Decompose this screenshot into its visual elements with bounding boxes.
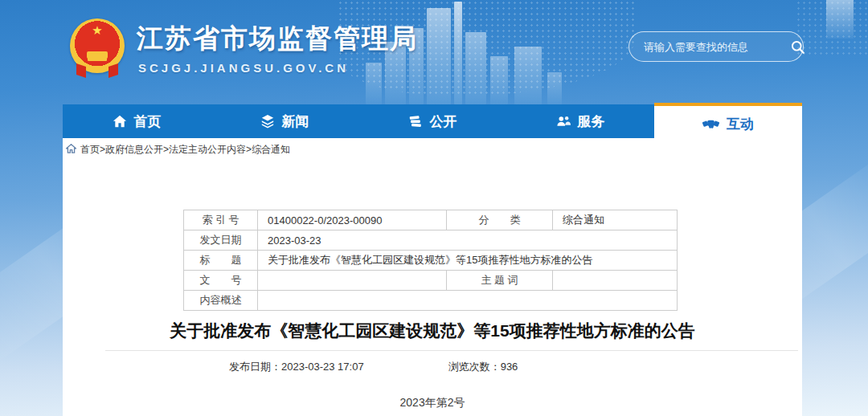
search-box[interactable] (628, 31, 804, 62)
disclosure-icon (408, 114, 423, 128)
subject-label: 主 题 词 (447, 271, 553, 291)
nav-item-label: 服务 (578, 112, 605, 131)
site-domain: SCJGJ.JIANGSU.GOV.CN (138, 61, 349, 75)
index-label: 索 引 号 (184, 210, 258, 230)
background-building-right (826, 0, 854, 39)
publish-date: 发布日期：2023-03-23 17:07 (229, 360, 364, 374)
nav-item-label: 互动 (727, 115, 754, 133)
article-meta: 发布日期：2023-03-23 17:07 浏览次数：936 (63, 360, 802, 374)
title-label: 标 题 (184, 251, 258, 271)
doc-no-value (258, 271, 447, 291)
service-icon (556, 114, 571, 128)
table-row: 发文日期 2023-03-23 (184, 230, 678, 251)
article-title: 关于批准发布《智慧化工园区建设规范》等15项推荐性地方标准的公告 (63, 320, 802, 342)
breadcrumb-text: 首页>政府信息公开>法定主动公开内容>综合通知 (80, 143, 290, 157)
table-row: 文 号 主 题 词 (184, 271, 678, 291)
nav-item-news[interactable]: 新闻 (211, 104, 358, 138)
nav-item-label: 新闻 (282, 112, 309, 131)
title-value: 关于批准发布《智慧化工园区建设规范》等15项推荐性地方标准的公告 (258, 251, 678, 271)
table-row: 索 引 号 01400022-0/2023-00090 分 类 综合通知 (184, 210, 678, 230)
publish-date-value: 2023-03-23 17:07 (281, 361, 364, 373)
handshake-icon (702, 117, 719, 130)
issue-date-value: 2023-03-23 (258, 230, 678, 251)
search-input[interactable] (629, 41, 790, 53)
nav-item-service[interactable]: 服务 (506, 104, 654, 138)
category-label: 分 类 (447, 210, 553, 230)
content-area: 首页>政府信息公开>法定主动公开内容>综合通知 索 引 号 01400022-0… (63, 138, 802, 416)
news-icon (260, 114, 275, 128)
search-icon[interactable] (790, 33, 805, 60)
breadcrumb[interactable]: 首页>政府信息公开>法定主动公开内容>综合通知 (63, 138, 802, 160)
home-icon (113, 114, 127, 128)
view-count: 浏览次数：936 (448, 360, 518, 374)
document-info-table: 索 引 号 01400022-0/2023-00090 分 类 综合通知 发文日… (183, 210, 678, 311)
publish-date-label: 发布日期： (229, 361, 281, 373)
dot-map-pattern-right (796, 0, 868, 56)
view-count-value: 936 (501, 361, 518, 373)
nav-item-home[interactable]: 首页 (63, 104, 211, 138)
summary-value (258, 291, 678, 311)
site-title: 江苏省市场监督管理局 (137, 21, 418, 57)
document-number: 2023年第2号 (63, 396, 802, 410)
title-divider (105, 350, 798, 351)
nav-item-disclosure[interactable]: 公开 (358, 104, 506, 138)
doc-no-label: 文 号 (184, 271, 258, 291)
table-row: 标 题 关于批准发布《智慧化工园区建设规范》等15项推荐性地方标准的公告 (184, 251, 678, 271)
nav-item-label: 首页 (134, 112, 162, 131)
category-value: 综合通知 (553, 210, 678, 230)
summary-label: 内容概述 (184, 291, 258, 311)
index-value: 01400022-0/2023-00090 (258, 210, 447, 230)
nav-item-interaction[interactable]: 互动 (654, 103, 802, 141)
nav-item-label: 公开 (430, 112, 457, 131)
issue-date-label: 发文日期 (184, 230, 258, 251)
view-count-label: 浏览次数： (448, 361, 501, 373)
breadcrumb-home-icon (66, 144, 76, 156)
table-row: 内容概述 (184, 291, 678, 311)
subject-value (553, 271, 678, 291)
main-navbar: 首页 新闻 公开 (63, 104, 802, 138)
national-emblem: ★ (70, 18, 125, 73)
